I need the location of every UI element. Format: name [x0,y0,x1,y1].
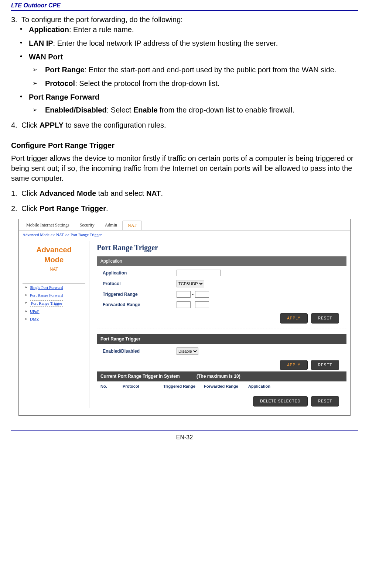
sidebar-link-port-range-trigger[interactable]: Port Range Trigger [25,299,82,308]
sidebar-link-single-port-forward[interactable]: Single Port Forward [25,284,82,291]
breadcrumb: Advanced Mode >> NAT >> Port Range Trigg… [19,231,350,238]
sidebar-link-upnp[interactable]: UPnP [25,308,82,315]
document-content: 3.To configure the port forwarding, do t… [11,11,358,416]
current-trigger-bar: Current Port Range Trigger in System (Th… [97,371,346,381]
apply-button-2[interactable]: APPLY [280,360,308,370]
page-header: LTE Outdoor CPE [11,0,358,11]
sidebar-link-port-range-forward[interactable]: Port Range Forward [25,291,82,299]
forwarded-range-end-input[interactable] [195,301,209,308]
tab-admin[interactable]: Admin [100,221,122,230]
application-input[interactable] [177,270,221,276]
tab-bar: Mobile Internet Settings Security Admin … [19,219,350,231]
sidebar-link-dmz[interactable]: DMZ [25,315,82,323]
triggered-range-end-input[interactable] [195,291,209,298]
step-2: 2.Click Port Range Trigger. [11,204,358,214]
label-enabled-disabled: Enabled/Disabled [103,348,177,354]
section-paragraph: Port trigger allows the device to monito… [11,153,358,183]
range-separator: - [191,291,195,297]
table-header: No. Protocol Triggered Range Forwarded R… [97,381,346,391]
step-1: 1.Click Advanced Mode tab and select NAT… [11,188,358,198]
reset-button-3[interactable]: RESET [311,396,339,407]
label-protocol: Protocol [103,281,177,287]
step-number: 3. [11,15,21,25]
forwarded-range-start-input[interactable] [177,301,191,308]
tab-security[interactable]: Security [75,221,100,230]
protocol-select[interactable]: TCP&UDP [177,280,204,287]
bullet-application: Application: Enter a rule name. [29,25,358,35]
sidebar-title-2: Mode [23,255,85,265]
section-heading: Configure Port Range Trigger [11,141,358,151]
enabled-disabled-select[interactable]: Disable [177,347,198,355]
col-forwarded-range: Forwarded Range [204,384,248,389]
application-section-bar: Application [97,256,346,266]
sub-protocol: Protocol: Select the protocol from the d… [45,79,358,89]
embedded-screenshot: Mobile Internet Settings Security Admin … [18,219,351,416]
reset-button[interactable]: RESET [311,313,339,324]
page-number: EN-32 [11,431,358,445]
tab-nat[interactable]: NAT [122,221,142,230]
sidebar-title-1: Advanced [23,245,85,255]
apply-button[interactable]: APPLY [280,313,308,324]
port-range-trigger-bar: Port Range Trigger [97,334,346,344]
label-triggered-range: Triggered Range [103,291,177,297]
sub-enabled-disabled: Enabled/Disabled: Select Enable from the… [45,105,358,115]
label-application: Application [103,270,177,276]
sidebar: Advanced Mode NAT Single Port Forward Po… [23,241,85,408]
bullet-lan-ip: LAN IP: Enter the local network IP addre… [29,38,358,48]
sub-port-range: Port Range: Enter the start-port and end… [45,65,358,75]
step-text: To configure the port forwarding, do the… [21,15,183,24]
panel-title: Port Range Trigger [97,241,346,256]
col-protocol: Protocol [123,384,163,389]
bullet-port-range-forward: Port Range Forward Enabled/Disabled: Sel… [29,92,358,115]
col-triggered-range: Triggered Range [163,384,204,389]
sidebar-subtitle: NAT [23,266,85,272]
bullet-wan-port: WAN Port Port Range: Enter the start-por… [29,52,358,89]
triggered-range-start-input[interactable] [177,291,191,298]
tab-mobile-internet[interactable]: Mobile Internet Settings [21,221,75,230]
col-application: Application [248,384,285,389]
reset-button-2[interactable]: RESET [311,360,339,370]
divider [97,329,346,329]
range-separator: - [191,302,195,308]
label-forwarded-range: Forwarded Range [103,302,177,308]
delete-selected-button[interactable]: DELETE SELECTED [253,396,307,407]
col-no: No. [100,384,123,389]
step-4: 4.Click APPLY to save the configuration … [11,120,358,130]
